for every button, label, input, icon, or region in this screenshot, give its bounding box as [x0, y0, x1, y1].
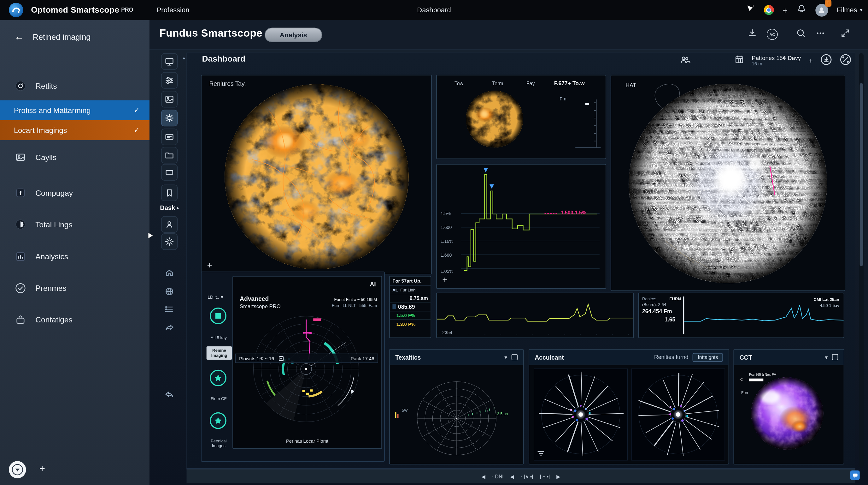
tool-adjustments[interactable] [161, 72, 178, 89]
tool-reply[interactable] [161, 386, 178, 403]
cyan-metrics-panel[interactable]: Renice:FURN (Bcuro): 2.64 264.454 Fm 1.6… [639, 293, 844, 338]
starburst-right[interactable] [631, 369, 725, 460]
sidebar-item-profiss[interactable]: Profiss and Mattarming ✓ [0, 101, 150, 120]
media-prev2-button[interactable]: ◀ [510, 474, 514, 479]
sidebar-add-button[interactable]: + [39, 463, 45, 475]
mode-fium-button[interactable] [210, 370, 226, 387]
sidebar-item-prenmes[interactable]: Prenmes [0, 278, 150, 299]
ai-radar-panel[interactable]: AI Advanced Smartscope PRO Funut Fint x … [232, 276, 382, 449]
collapse-button[interactable] [9, 461, 26, 478]
tool-bookmark[interactable] [161, 184, 178, 201]
tow-panel[interactable]: Tow Term Fay F.677+ To.w Frn [436, 75, 606, 159]
mode-ai-button[interactable] [210, 308, 226, 324]
calendar-icon[interactable] [735, 55, 744, 67]
target-icon[interactable] [279, 355, 284, 361]
filter-icon[interactable] [537, 449, 545, 459]
tool-person[interactable] [161, 216, 178, 233]
stat-panel[interactable]: For 57art Up. ALFur 1inh 9.75.am 085.69 … [389, 276, 431, 338]
unlink-circle-icon[interactable] [840, 54, 851, 67]
analysis-button[interactable]: Analysis [265, 28, 322, 42]
tool-settings[interactable] [161, 110, 178, 126]
sidebar-item-total-lings[interactable]: Total Lings [0, 214, 150, 235]
patient-sub: 16 m [752, 61, 801, 67]
ac-badge[interactable]: AC [767, 29, 778, 40]
avatar[interactable]: ! [815, 3, 828, 16]
chevron-down-icon[interactable]: ▾ [825, 354, 828, 360]
user-menu[interactable]: Filmes ▾ [837, 6, 862, 14]
cct-fon-label: Fon [741, 391, 748, 394]
media-dni-label[interactable]: · DNI [492, 474, 504, 479]
tool-list[interactable] [161, 301, 178, 318]
pointer-icon[interactable] [746, 4, 755, 16]
texaltics-panel[interactable]: Texaltics ▾ 13.5 un 5W [389, 349, 524, 464]
mode-peenical-button[interactable] [210, 412, 226, 429]
app-logo-icon[interactable] [9, 3, 23, 17]
people-icon[interactable] [680, 55, 690, 67]
cct-checkbox[interactable] [832, 354, 838, 360]
chat-widget-button[interactable] [850, 470, 860, 480]
download-circle-icon[interactable] [821, 54, 832, 67]
check-icon: ✓ [134, 106, 140, 114]
svg-text:f: f [20, 190, 22, 196]
download-icon[interactable] [747, 28, 757, 41]
mode-label: A.I 5 kay [205, 335, 233, 340]
scroll-up-icon[interactable]: ▴ [183, 55, 185, 61]
chrome-icon[interactable] [764, 5, 774, 15]
texaltics-title: Texaltics [395, 354, 421, 361]
tool-gear[interactable] [161, 233, 178, 250]
hat-panel[interactable]: HAT [611, 75, 845, 291]
tool-card[interactable] [161, 129, 178, 145]
tool-home[interactable] [161, 264, 178, 281]
inttaignts-button[interactable]: Inttaignts [693, 353, 723, 362]
dask-label[interactable]: Dask ▸ [160, 205, 182, 211]
sidebar-item-analysics[interactable]: Analysics [0, 246, 150, 267]
tool-frame[interactable] [161, 164, 178, 181]
fundus-main-panel[interactable]: Reniures Tay. + [201, 75, 432, 275]
add-button[interactable]: + [783, 5, 787, 15]
tool-folder[interactable] [161, 147, 178, 164]
media-play-button[interactable]: ▶ [556, 474, 560, 479]
menu-profession[interactable]: Profession [157, 6, 190, 14]
media-step-button[interactable]: · |∧ ▪| [521, 474, 533, 479]
chart-add-button[interactable]: + [442, 275, 447, 285]
chevron-down-icon[interactable]: ▾ [505, 354, 507, 360]
sidebar-item-contatiges[interactable]: Contatiges [0, 309, 150, 330]
furn-label: FURN [669, 296, 681, 302]
back-nav[interactable]: ← Retined imaging [0, 29, 150, 46]
tool-monitor[interactable] [161, 53, 178, 70]
cct-back-arrow[interactable]: < [740, 376, 743, 382]
sidebar-item-label: Retlits [35, 82, 57, 90]
texaltics-checkbox[interactable] [512, 354, 518, 360]
waveform-panel[interactable]: 2354 [436, 293, 634, 338]
image-icon [14, 151, 27, 164]
tool-forward[interactable] [161, 319, 178, 335]
notifications-bell-icon[interactable] [797, 4, 806, 16]
sidebar-item-compugay[interactable]: f Compugay [0, 182, 150, 203]
bar-chart-icon [14, 250, 27, 263]
starburst-left[interactable] [534, 369, 628, 460]
media-stop-button[interactable]: | ⌐ ▪| [540, 474, 550, 479]
tool-image[interactable] [161, 91, 178, 108]
tool-globe[interactable] [161, 283, 178, 300]
cct-title: CCT [740, 354, 752, 361]
more-options-icon[interactable] [815, 28, 826, 41]
zoom-add-button[interactable]: + [207, 260, 212, 270]
patient-name[interactable]: Pattones 15¢ Davy [752, 55, 801, 61]
mode-dropdown[interactable]: LD it.. ▾ [208, 294, 223, 300]
sidebar-item-caylls[interactable]: Caylls [0, 147, 150, 168]
patient-add-button[interactable]: + [809, 57, 813, 65]
scrollbar[interactable] [859, 53, 864, 468]
f-square-icon: f [14, 187, 27, 199]
acculcant-panel[interactable]: Acculcant Renities furnd Inttaignts [529, 349, 729, 464]
media-prev-button[interactable]: ◀ [482, 474, 486, 479]
expand-icon[interactable] [840, 28, 850, 41]
sidebar-item-retlits[interactable]: Retlits [0, 76, 150, 96]
green-chart-panel[interactable]: 1.5% 1.600 1.16% 1.660 1.05% 1.500-1.5% … [436, 164, 606, 289]
mode-renine-chip[interactable]: Renine Imaging [207, 346, 232, 360]
stat-fur: Fur 1inh [400, 287, 415, 292]
sidebar-item-locart[interactable]: Locart Imagings ✓ [0, 120, 150, 140]
cct-panel[interactable]: CCT ▾ < Pcc 365 å Nor, PV Fon [734, 349, 844, 464]
scrollbar-thumb[interactable] [860, 83, 863, 266]
search-icon[interactable] [796, 28, 806, 41]
back-arrow-icon[interactable]: ← [14, 32, 24, 42]
